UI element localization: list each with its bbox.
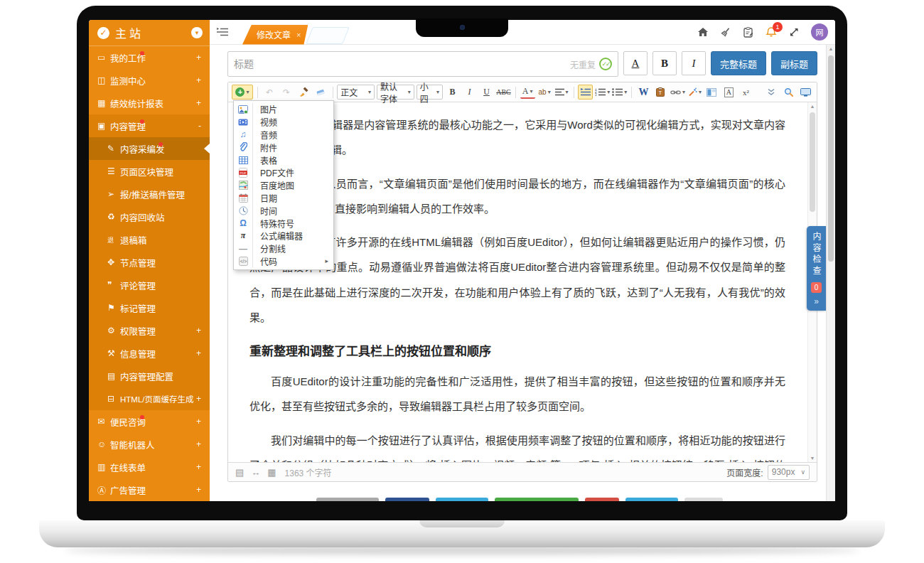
italic-button[interactable]: I (462, 85, 477, 100)
menu-item-time[interactable]: 时间 (234, 204, 333, 217)
title-style-a-button[interactable]: A (623, 51, 648, 75)
action-button[interactable] (385, 498, 429, 501)
strikethrough-button[interactable]: ABC (496, 85, 511, 100)
sidebar-item-page-blocks[interactable]: ☰ 页面区块管理 (89, 160, 210, 183)
page-scrollbar[interactable]: ▲ (826, 45, 835, 501)
action-button[interactable] (684, 498, 723, 501)
ordered-list-button[interactable]: '123 (595, 85, 610, 100)
home-icon[interactable] (697, 27, 709, 37)
action-button[interactable] (495, 498, 579, 501)
eraser-button[interactable] (313, 85, 328, 100)
sidebar-item-content-mgmt[interactable]: ▣ 内容管理 - (89, 114, 210, 137)
clipboard-edit-icon[interactable] (743, 27, 753, 38)
sidebar-item-rejected-box[interactable]: 退 退稿箱 (89, 228, 210, 251)
sidebar-item-my-work[interactable]: ▭ 我的工作 + (89, 46, 210, 69)
avatar[interactable]: 网 (811, 23, 828, 41)
close-icon[interactable]: × (296, 31, 301, 39)
scroll-thumb[interactable] (810, 112, 815, 212)
sidebar-item-convenience-consult[interactable]: ✉ 便民咨询 + (89, 410, 210, 433)
underline-button[interactable]: U (479, 85, 494, 100)
link-button[interactable] (670, 85, 685, 100)
menu-item-map[interactable]: 百度地图 (234, 179, 333, 192)
bold-button[interactable]: B (445, 85, 460, 100)
menu-item-table[interactable]: 表格 (234, 154, 333, 166)
sidebar-item-online-forms[interactable]: ▥ 在线表单 + (89, 456, 210, 478)
pdf-icon: PDF (234, 168, 252, 178)
menu-item-pdf[interactable]: PDF PDF文件 (234, 166, 333, 179)
sub-title-button[interactable]: 副标题 (771, 51, 817, 75)
action-button[interactable] (316, 498, 379, 501)
menu-item-code[interactable]: </> 代码 ▸ (234, 255, 333, 268)
sidebar-item-node-mgmt[interactable]: ✥ 节点管理 (89, 251, 210, 274)
bell-icon[interactable]: 1 (765, 26, 777, 38)
sidebar-item-monitor-center[interactable]: ◫ 监测中心 + (89, 69, 210, 92)
font-color-button[interactable]: A (520, 86, 535, 99)
scroll-up-icon[interactable]: ▲ (808, 104, 817, 109)
collapse-sidebar-icon[interactable] (217, 28, 228, 36)
font-size-select[interactable]: 小四 (417, 85, 443, 100)
element-path-icon[interactable]: ▤ (235, 467, 244, 478)
full-title-button[interactable]: 完整标题 (711, 51, 766, 75)
action-button[interactable] (585, 498, 619, 501)
highlight-color-button[interactable]: ab (537, 85, 552, 100)
sidebar-item-content-config[interactable]: ▤ 内容管理配置 (89, 365, 210, 387)
menu-item-attachment[interactable]: 附件 (234, 141, 333, 154)
superscript-button[interactable]: x² (738, 85, 753, 100)
sidebar-item-permission-mgmt[interactable]: ⚙ 权限管理 + (89, 319, 210, 342)
sidebar-item-tag-mgmt[interactable]: ⚑ 标记管理 (89, 296, 210, 319)
grid-toggle-icon[interactable]: ▦ (267, 467, 276, 478)
sidebar-item-comment-mgmt[interactable]: ❞ 评论管理 (89, 274, 210, 296)
insert-button[interactable]: + (232, 85, 253, 100)
auto-format-button[interactable] (687, 85, 702, 100)
toolbar-separator (574, 87, 574, 98)
menu-item-divider[interactable]: — 分割线 (234, 242, 333, 255)
action-button[interactable] (625, 498, 678, 501)
unordered-list-button[interactable] (612, 85, 627, 100)
char-style-button[interactable]: A (721, 85, 736, 100)
menu-item-image[interactable]: 图片 (234, 103, 333, 116)
scroll-up-icon[interactable]: ▲ (827, 46, 835, 51)
sidebar-header[interactable]: ✓ 主站 ▾ (89, 20, 210, 46)
sidebar-item-performance-report[interactable]: ▦ 绩效统计报表 + (89, 92, 210, 114)
menu-item-audio[interactable]: ♫ 音频 (234, 129, 333, 141)
undo-button[interactable]: ↶ (262, 85, 277, 100)
font-select[interactable]: 默认字体 (377, 85, 414, 100)
search-replace-icon[interactable] (781, 85, 796, 100)
scroll-thumb[interactable] (828, 55, 834, 262)
format-brush-button[interactable] (296, 85, 311, 100)
content-check-tab[interactable]: 内容检查 0 » (807, 226, 826, 311)
sidebar-item-info-mgmt[interactable]: ⚒ 信息管理 + (89, 342, 210, 365)
sidebar-item-push-manuscripts[interactable]: ➢ 报/推送稿件管理 (89, 183, 210, 205)
menu-item-date[interactable]: 日期 (234, 192, 333, 205)
paragraph-select[interactable]: 正文 (337, 85, 375, 100)
double-chevron-icon[interactable]: » (807, 296, 826, 306)
tab-edit-article[interactable]: 修改文章 × (242, 25, 308, 45)
menu-item-video[interactable]: 视频 (234, 116, 333, 129)
menu-item-formula[interactable]: π 公式编辑器 (234, 230, 333, 242)
action-button[interactable] (436, 498, 488, 501)
redo-button[interactable]: ↷ (279, 85, 294, 100)
sidebar-item-ad-mgmt[interactable]: Ⓐ 广告管理 + (89, 478, 210, 501)
scroll-down-icon[interactable]: ▼ (808, 456, 817, 461)
align-button[interactable] (554, 85, 569, 100)
title-italic-button[interactable]: I (682, 51, 706, 75)
sidebar-item-recycle-bin[interactable]: ♻ 内容回收站 (89, 205, 210, 228)
chevron-down-icon[interactable]: ▾ (191, 27, 203, 38)
sidebar-item-content-editing[interactable]: ✎ 内容采编发 (89, 137, 210, 160)
layout-button[interactable] (704, 85, 719, 100)
sidebar-item-smart-robot[interactable]: ☺ 智能机器人 + (89, 433, 210, 456)
title-bold-button[interactable]: B (652, 51, 677, 75)
width-toggle-icon[interactable]: ↔ (251, 467, 260, 478)
sidebar-item-html-cache[interactable]: ⊟ HTML/页面缓存生成 + (89, 387, 210, 410)
word-import-button[interactable]: W (636, 85, 651, 100)
first-line-indent-button[interactable] (578, 85, 593, 100)
page-width-select[interactable]: 930px (768, 465, 810, 480)
paste-plain-button[interactable]: T (653, 85, 668, 100)
bottom-action-buttons (316, 498, 723, 501)
title-input[interactable] (234, 58, 570, 70)
collapse-toolbar-icon[interactable] (764, 85, 779, 100)
menu-item-special-char[interactable]: Ω 特殊符号 (234, 217, 333, 230)
clean-icon[interactable] (721, 27, 731, 38)
fullscreen-icon[interactable] (789, 27, 799, 37)
preview-monitor-icon[interactable] (798, 85, 813, 100)
